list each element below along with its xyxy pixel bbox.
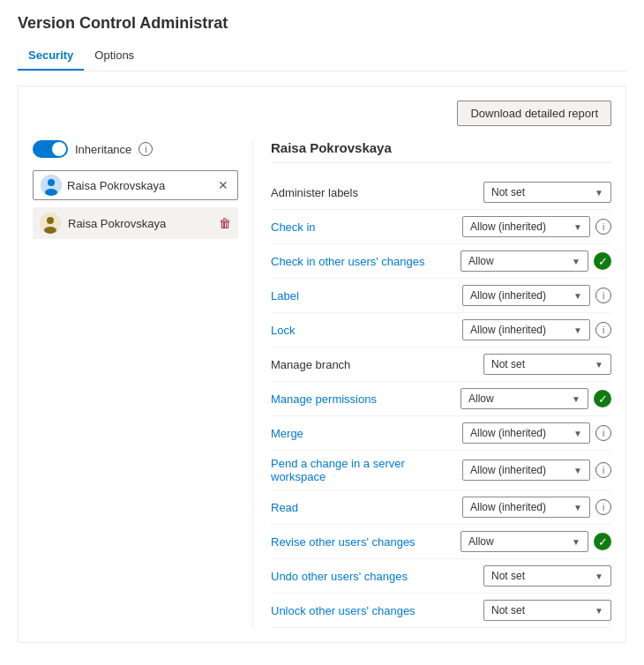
user-avatar	[40, 213, 61, 234]
permission-name: Undo other users' changes	[271, 570, 483, 583]
permission-dropdown[interactable]: Allow▼	[461, 388, 588, 409]
permission-control: Not set▼	[483, 600, 611, 621]
permission-row: Manage permissionsAllow▼✓	[271, 382, 611, 416]
permission-control: Allow▼✓	[461, 388, 611, 409]
main-card: Download detailed report Inheritance i	[18, 86, 626, 643]
permission-dropdown[interactable]: Not set▼	[483, 565, 611, 587]
permission-name: Check in	[271, 220, 462, 234]
permission-row: ReadAllow (inherited)▼i	[271, 490, 611, 525]
inheritance-info-icon[interactable]: i	[139, 142, 153, 156]
dropdown-value: Allow (inherited)	[470, 501, 546, 513]
dropdown-value: Allow (inherited)	[470, 220, 546, 233]
permission-dropdown[interactable]: Allow (inherited)▼	[462, 319, 590, 340]
chevron-down-icon: ▼	[595, 360, 603, 370]
chevron-down-icon: ▼	[573, 503, 582, 512]
chevron-down-icon: ▼	[573, 222, 582, 232]
permission-dropdown[interactable]: Allow (inherited)▼	[462, 460, 590, 481]
permission-control: Allow (inherited)▼i	[462, 422, 611, 444]
chevron-down-icon: ▼	[595, 572, 603, 581]
svg-point-4	[47, 217, 54, 224]
dropdown-value: Allow	[468, 535, 494, 548]
permission-dropdown[interactable]: Allow▼	[461, 531, 588, 552]
status-info-icon[interactable]: i	[595, 499, 611, 515]
user-list-name: Raisa Pokrovskaya	[68, 217, 212, 230]
chevron-down-icon: ▼	[572, 394, 580, 404]
permission-row: Check in other users' changesAllow▼✓	[271, 244, 611, 279]
permission-name: Manage branch	[271, 358, 483, 371]
inheritance-label: Inheritance	[75, 143, 131, 156]
chevron-down-icon: ▼	[573, 466, 582, 475]
permission-dropdown[interactable]: Not set▼	[483, 182, 611, 203]
tabs-bar: Security Options	[18, 41, 626, 71]
permission-dropdown[interactable]: Allow (inherited)▼	[462, 497, 590, 518]
status-info-icon[interactable]: i	[595, 462, 611, 478]
right-panel: Raisa Pokrovskaya Administer labelsNot s…	[253, 140, 611, 628]
permission-dropdown[interactable]: Allow (inherited)▼	[462, 285, 590, 306]
dropdown-value: Allow (inherited)	[470, 289, 546, 302]
user-list-item[interactable]: Raisa Pokrovskaya 🗑	[33, 207, 238, 239]
permission-row: LockAllow (inherited)▼i	[271, 313, 611, 347]
permission-dropdown[interactable]: Not set▼	[483, 600, 611, 621]
inheritance-toggle[interactable]	[33, 140, 68, 158]
permission-dropdown[interactable]: Allow (inherited)▼	[462, 216, 590, 237]
permission-dropdown[interactable]: Not set▼	[483, 354, 611, 375]
permission-row: Pend a change in a server workspaceAllow…	[271, 451, 611, 490]
dropdown-value: Not set	[491, 186, 525, 198]
dropdown-value: Allow	[468, 255, 494, 267]
permission-control: Allow (inherited)▼i	[462, 216, 611, 237]
dropdown-value: Allow	[468, 392, 494, 405]
status-info-icon[interactable]: i	[595, 288, 611, 303]
permission-control: Not set▼	[483, 354, 611, 375]
download-report-button[interactable]: Download detailed report	[457, 101, 611, 126]
dropdown-value: Not set	[491, 604, 525, 616]
svg-point-2	[45, 189, 57, 196]
chevron-down-icon: ▼	[572, 257, 580, 266]
permission-name: Label	[271, 289, 462, 303]
permission-name: Revise other users' changes	[271, 535, 461, 549]
permission-control: Allow (inherited)▼i	[462, 460, 611, 481]
dropdown-value: Allow (inherited)	[470, 464, 546, 476]
permission-control: Allow (inherited)▼i	[462, 497, 611, 518]
permission-name: Check in other users' changes	[271, 255, 461, 268]
dropdown-value: Allow (inherited)	[470, 324, 546, 336]
tab-options[interactable]: Options	[84, 41, 145, 71]
permission-control: Allow▼✓	[461, 250, 611, 272]
chevron-down-icon: ▼	[595, 188, 603, 198]
status-check-icon: ✓	[594, 533, 611, 550]
permission-row: Check inAllow (inherited)▼i	[271, 210, 611, 244]
permission-control: Allow▼✓	[461, 531, 611, 552]
permission-name: Unlock other users' changes	[271, 604, 483, 617]
permissions-table: Administer labelsNot set▼Check inAllow (…	[271, 176, 611, 628]
tab-security[interactable]: Security	[18, 41, 84, 71]
delete-user-icon[interactable]: 🗑	[219, 216, 231, 230]
chevron-down-icon: ▼	[595, 606, 603, 616]
permission-row: Revise other users' changesAllow▼✓	[271, 525, 611, 559]
permission-name: Read	[271, 501, 462, 514]
search-avatar	[41, 175, 62, 196]
permission-row: Undo other users' changesNot set▼	[271, 559, 611, 594]
inheritance-row: Inheritance i	[33, 140, 238, 158]
status-info-icon[interactable]: i	[595, 425, 611, 441]
status-check-icon: ✓	[594, 390, 611, 407]
permission-row: Manage branchNot set▼	[271, 347, 611, 382]
permission-row: Administer labelsNot set▼	[271, 176, 611, 210]
permission-name: Administer labels	[271, 186, 483, 199]
permission-name: Lock	[271, 324, 462, 337]
chevron-down-icon: ▼	[573, 291, 582, 301]
permission-row: LabelAllow (inherited)▼i	[271, 279, 611, 313]
user-search-row: Raisa Pokrovskaya ✕	[33, 170, 238, 200]
status-info-icon[interactable]: i	[595, 219, 611, 235]
toolbar: Download detailed report	[33, 101, 611, 126]
status-info-icon[interactable]: i	[595, 322, 611, 338]
permission-dropdown[interactable]: Allow (inherited)▼	[462, 422, 590, 444]
dropdown-value: Allow (inherited)	[470, 427, 546, 439]
right-panel-title: Raisa Pokrovskaya	[271, 140, 611, 163]
permission-dropdown[interactable]: Allow▼	[461, 250, 588, 272]
permission-name: Merge	[271, 427, 462, 440]
chevron-down-icon: ▼	[572, 537, 580, 547]
permission-control: Allow (inherited)▼i	[462, 319, 611, 340]
permission-row: Unlock other users' changesNot set▼	[271, 594, 611, 628]
page-title: Version Control Administrat	[18, 14, 626, 33]
left-panel: Inheritance i Raisa Pokrovskaya ✕	[33, 140, 253, 628]
clear-search-button[interactable]: ✕	[216, 178, 230, 192]
